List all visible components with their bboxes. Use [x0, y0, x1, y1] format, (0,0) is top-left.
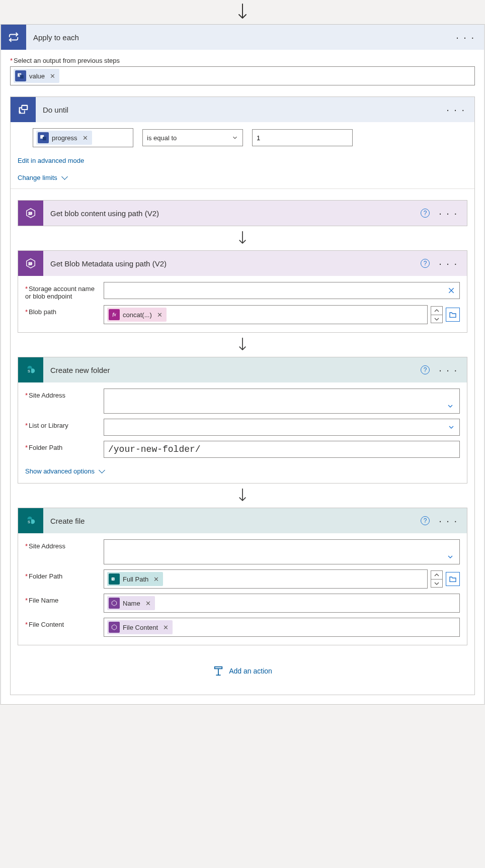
apply-to-each-header[interactable]: Apply to each · · ·: [1, 25, 484, 50]
show-advanced-link[interactable]: Show advanced options: [25, 467, 104, 475]
svg-text:S: S: [28, 520, 30, 524]
blob-path-input[interactable]: fx concat(...) ✕: [104, 305, 428, 324]
get-blob-metadata-card: 10 Get Blob Metadata using path (V2) ? ·…: [18, 250, 467, 333]
file-content-token[interactable]: File Content ✕: [107, 620, 173, 634]
chevron-down-icon: [446, 553, 454, 561]
value-token[interactable]: 文 value ✕: [14, 69, 59, 83]
spinner-down[interactable]: [431, 579, 442, 587]
create-file-title: Create file: [43, 517, 421, 525]
clear-icon[interactable]: [447, 286, 455, 295]
progress-token[interactable]: progress ✕: [36, 131, 92, 145]
fx-icon: fx: [109, 309, 120, 320]
create-file-header[interactable]: S Create file ? · · ·: [18, 508, 467, 533]
select-output-label: Select an output from previous steps: [10, 57, 475, 64]
until-operator-value: is equal to: [147, 134, 177, 142]
create-folder-card: S Create new folder ? · · · Site Address: [18, 357, 467, 484]
chevron-down-icon: [231, 134, 238, 141]
cf-site-address-label: Site Address: [25, 539, 99, 550]
edit-advanced-link[interactable]: Edit in advanced mode: [18, 157, 84, 164]
loop-icon: [1, 25, 26, 50]
get-blob-content-menu[interactable]: · · ·: [439, 208, 458, 218]
do-until-icon: [11, 97, 36, 122]
concat-token-remove[interactable]: ✕: [155, 311, 163, 319]
svg-rect-5: [43, 137, 46, 140]
apply-to-each-card: Apply to each · · · Select an output fro…: [0, 24, 485, 705]
until-right-operand[interactable]: [252, 129, 353, 146]
get-blob-content-title: Get blob content using path (V2): [43, 209, 421, 218]
name-token[interactable]: Name ✕: [107, 596, 155, 610]
folder-picker-button[interactable]: [446, 308, 460, 322]
blob-path-label: Blob path: [25, 305, 99, 316]
do-until-title: Do until: [36, 106, 446, 114]
help-icon[interactable]: ?: [421, 365, 430, 374]
progress-token-label: progress: [52, 134, 77, 142]
select-output-input[interactable]: 文 value ✕: [10, 66, 475, 85]
progress-token-remove[interactable]: ✕: [80, 134, 88, 142]
cf-folder-spinner[interactable]: [431, 570, 443, 588]
until-left-operand[interactable]: progress ✕: [33, 128, 133, 147]
help-icon[interactable]: ?: [421, 209, 430, 218]
cf-site-address-select[interactable]: [104, 539, 460, 564]
get-blob-metadata-menu[interactable]: · · ·: [439, 258, 458, 268]
storage-account-input[interactable]: [104, 282, 460, 299]
create-folder-menu[interactable]: · · ·: [439, 365, 458, 375]
svg-text:文: 文: [19, 73, 21, 76]
svg-text:S: S: [112, 578, 114, 581]
name-token-remove[interactable]: ✕: [143, 600, 151, 607]
add-action-button[interactable]: Add an action: [18, 645, 467, 687]
translate-icon: 文: [15, 70, 26, 81]
full-path-token-remove[interactable]: ✕: [151, 575, 159, 583]
until-operator-select[interactable]: is equal to: [142, 129, 243, 146]
folder-picker-button[interactable]: [446, 572, 460, 586]
do-until-header[interactable]: Do until · · ·: [11, 97, 474, 122]
get-blob-content-header[interactable]: 10 Get blob content using path (V2) ? · …: [18, 201, 467, 226]
create-folder-header[interactable]: S Create new folder ? · · ·: [18, 357, 467, 382]
site-address-label: Site Address: [25, 389, 99, 399]
help-icon[interactable]: ?: [421, 516, 430, 525]
apply-to-each-menu[interactable]: · · ·: [456, 32, 475, 42]
flow-arrow: [18, 226, 467, 250]
svg-marker-20: [112, 601, 116, 606]
svg-text:10: 10: [28, 262, 32, 265]
do-until-menu[interactable]: · · ·: [446, 105, 465, 115]
change-limits-link[interactable]: Change limits: [18, 174, 67, 181]
get-blob-metadata-title: Get Blob Metadata using path (V2): [43, 259, 421, 268]
concat-token[interactable]: fx concat(...) ✕: [107, 308, 167, 322]
blob-path-spinner[interactable]: [431, 306, 443, 323]
flow-arrow: [18, 484, 467, 508]
svg-text:S: S: [28, 369, 30, 373]
blob-icon: 10: [18, 251, 43, 276]
cf-file-name-input[interactable]: Name ✕: [104, 594, 460, 613]
help-icon[interactable]: ?: [421, 259, 430, 268]
file-content-token-label: File Content: [123, 624, 158, 631]
chevron-down-icon: [447, 423, 455, 431]
value-token-label: value: [29, 72, 45, 80]
site-address-select[interactable]: [104, 389, 460, 414]
spinner-down[interactable]: [431, 315, 442, 323]
spinner-up[interactable]: [431, 307, 442, 315]
create-file-card: S Create file ? · · · Site Address: [18, 508, 467, 645]
create-file-menu[interactable]: · · ·: [439, 516, 458, 526]
cf-file-name-label: File Name: [25, 594, 99, 604]
create-folder-title: Create new folder: [43, 366, 421, 374]
folder-path-input[interactable]: /your-new-folder/: [104, 441, 460, 458]
full-path-token[interactable]: S Full Path ✕: [107, 572, 163, 586]
cf-file-content-input[interactable]: File Content ✕: [104, 618, 460, 637]
apply-to-each-title: Apply to each: [26, 33, 456, 42]
blob-icon: [109, 598, 120, 609]
spinner-up[interactable]: [431, 571, 442, 579]
flow-arrow: [0, 0, 485, 24]
storage-account-label: Storage account name or blob endpoint: [25, 282, 99, 300]
cf-folder-path-input[interactable]: S Full Path ✕: [104, 569, 428, 589]
value-token-remove[interactable]: ✕: [48, 72, 55, 80]
name-token-label: Name: [123, 600, 140, 607]
sharepoint-icon: S: [18, 508, 43, 533]
sharepoint-icon: S: [109, 573, 120, 585]
svg-marker-21: [112, 625, 116, 630]
list-library-label: List or Library: [25, 419, 99, 429]
get-blob-metadata-header[interactable]: 10 Get Blob Metadata using path (V2) ? ·…: [18, 251, 467, 276]
list-library-select[interactable]: [104, 419, 460, 436]
blob-icon: 10: [18, 201, 43, 226]
file-content-token-remove[interactable]: ✕: [161, 624, 169, 631]
chevron-down-icon: [446, 402, 454, 410]
